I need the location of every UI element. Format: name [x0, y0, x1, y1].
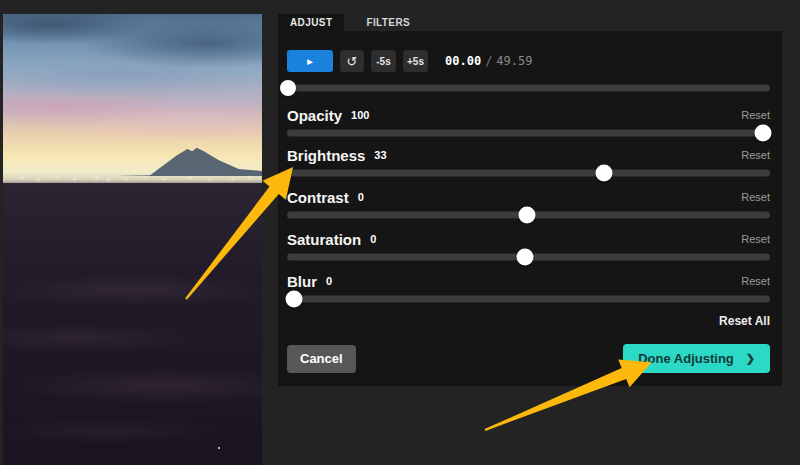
time-current: 00.00	[445, 54, 481, 68]
preview-city-lights	[3, 175, 6, 177]
forward-5s-button[interactable]: +5s	[403, 50, 428, 72]
slider-label: Contrast	[287, 189, 349, 206]
done-adjusting-button[interactable]: Done Adjusting ❯	[623, 344, 770, 373]
seek-handle[interactable]	[280, 80, 296, 96]
cancel-button[interactable]: Cancel	[287, 345, 356, 373]
adjust-row-contrast: Contrast 0 Reset	[287, 189, 770, 231]
slider-track[interactable]	[287, 129, 770, 136]
slider-label: Brightness	[287, 147, 365, 164]
contrast-slider[interactable]	[287, 206, 770, 223]
reset-link-opacity[interactable]: Reset	[741, 109, 770, 121]
slider-track[interactable]	[287, 169, 770, 176]
seek-track[interactable]	[287, 85, 770, 92]
tab-adjust[interactable]: ADJUST	[278, 14, 344, 31]
done-adjusting-label: Done Adjusting	[638, 351, 734, 366]
slider-value: 0	[358, 191, 364, 203]
slider-label: Blur	[287, 273, 317, 290]
reset-link-saturation[interactable]: Reset	[741, 233, 770, 245]
play-button[interactable]: ▶	[287, 50, 333, 72]
slider-handle[interactable]	[286, 290, 303, 307]
adjust-row-blur: Blur 0 Reset	[287, 273, 770, 315]
slider-value: 33	[374, 149, 386, 161]
slider-handle[interactable]	[595, 164, 612, 181]
slider-value: 100	[351, 109, 369, 121]
preview-light-dot	[218, 447, 220, 449]
slider-value: 0	[370, 233, 376, 245]
opacity-slider[interactable]	[287, 124, 770, 141]
time-separator: /	[485, 54, 492, 68]
slider-label: Saturation	[287, 231, 361, 248]
reset-link-brightness[interactable]: Reset	[741, 149, 770, 161]
adjust-row-opacity: Opacity 100 Reset	[287, 107, 770, 149]
reset-link-contrast[interactable]: Reset	[741, 191, 770, 203]
saturation-slider[interactable]	[287, 248, 770, 265]
player-controls: ▶ ↺ -5s +5s 00.00/49.59	[287, 50, 532, 72]
panel-tabs: ADJUST FILTERS	[278, 14, 422, 31]
adjust-row-brightness: Brightness 33 Reset	[287, 147, 770, 189]
reset-all-link[interactable]: Reset All	[719, 314, 770, 328]
blur-slider[interactable]	[287, 290, 770, 307]
slider-handle[interactable]	[754, 124, 771, 141]
slider-handle[interactable]	[519, 206, 536, 223]
preview-foreground	[3, 183, 262, 465]
replay-button[interactable]: ↺	[340, 50, 364, 72]
brightness-slider[interactable]	[287, 164, 770, 181]
rewind-5s-button[interactable]: -5s	[371, 50, 396, 72]
slider-value: 0	[326, 275, 332, 287]
video-preview	[3, 14, 262, 465]
adjust-panel: ▶ ↺ -5s +5s 00.00/49.59 Opacity 100 Rese…	[278, 31, 782, 386]
time-total: 49.59	[496, 54, 532, 68]
tab-filters[interactable]: FILTERS	[354, 14, 422, 31]
chevron-right-icon: ❯	[746, 352, 755, 365]
slider-track[interactable]	[287, 295, 770, 302]
time-display: 00.00/49.59	[445, 54, 532, 68]
adjust-row-saturation: Saturation 0 Reset	[287, 231, 770, 273]
slider-label: Opacity	[287, 107, 342, 124]
reset-link-blur[interactable]: Reset	[741, 275, 770, 287]
slider-handle[interactable]	[517, 248, 534, 265]
play-icon: ▶	[307, 58, 312, 65]
seek-slider[interactable]	[287, 80, 770, 96]
replay-icon: ↺	[347, 54, 358, 69]
panel-footer: Cancel Done Adjusting ❯	[287, 344, 770, 373]
